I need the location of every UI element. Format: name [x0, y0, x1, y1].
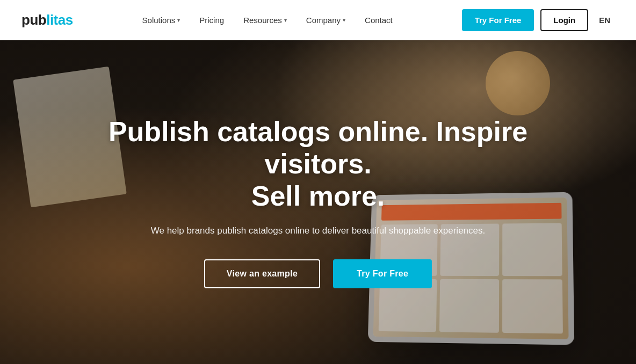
- logo[interactable]: publitas: [21, 12, 73, 28]
- header: publitas Solutions ▾ Pricing Resources ▾…: [0, 0, 636, 40]
- main-nav: Solutions ▾ Pricing Resources ▾ Company …: [133, 0, 402, 40]
- hero-subtitle: We help brands publish catalogs online t…: [87, 224, 549, 238]
- nav-company[interactable]: Company ▾: [297, 0, 355, 40]
- logo-litas: litas: [46, 12, 73, 28]
- hero-content: Publish catalogs online. Inspire visitor…: [76, 116, 560, 288]
- hero-try-free-button[interactable]: Try For Free: [333, 259, 432, 288]
- header-actions: Try For Free Login EN: [462, 9, 615, 31]
- nav-solutions[interactable]: Solutions ▾: [133, 0, 190, 40]
- chevron-down-icon: ▾: [284, 17, 287, 23]
- nav-pricing[interactable]: Pricing: [190, 0, 234, 40]
- nav-contact[interactable]: Contact: [355, 0, 402, 40]
- nav-resources[interactable]: Resources ▾: [234, 0, 297, 40]
- cup-decoration: [486, 51, 550, 115]
- login-button[interactable]: Login: [540, 9, 588, 31]
- logo-pub: pub: [21, 12, 46, 28]
- chevron-down-icon: ▾: [343, 17, 345, 23]
- hero-section: Publish catalogs online. Inspire visitor…: [0, 40, 636, 364]
- hero-title: Publish catalogs online. Inspire visitor…: [87, 116, 549, 212]
- view-example-button[interactable]: View an example: [204, 259, 320, 288]
- try-for-free-button[interactable]: Try For Free: [462, 9, 534, 31]
- hero-buttons: View an example Try For Free: [87, 259, 549, 288]
- chevron-down-icon: ▾: [177, 17, 180, 23]
- language-selector[interactable]: EN: [595, 16, 615, 25]
- logo-text: publitas: [21, 12, 73, 28]
